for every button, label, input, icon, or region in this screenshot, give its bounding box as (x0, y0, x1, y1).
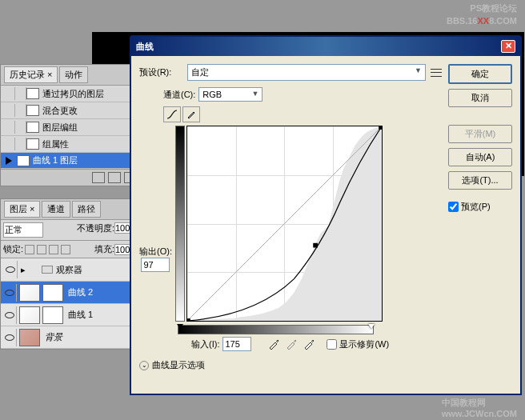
lock-paint-icon[interactable] (37, 245, 46, 254)
lock-all-icon[interactable] (61, 245, 70, 254)
tab-layers[interactable]: 图层 × (4, 201, 40, 218)
cancel-button[interactable]: 取消 (448, 89, 512, 107)
channel-select[interactable]: RGB (198, 87, 262, 102)
svg-rect-0 (187, 318, 190, 321)
history-item[interactable]: 混合更改 (1, 102, 139, 119)
svg-rect-1 (379, 126, 382, 130)
show-clipping-checkbox[interactable]: 显示修剪(W) (327, 338, 389, 350)
layer-thumb (19, 284, 40, 302)
mask-thumb (42, 306, 63, 324)
ok-button[interactable]: 确定 (448, 64, 512, 84)
curves-dialog: 曲线 ✕ 预设(R): 自定 通道(C): RGB 输出(O): (130, 35, 522, 395)
play-icon (6, 157, 12, 165)
layer-thumb (19, 329, 40, 346)
control-point[interactable] (313, 243, 318, 248)
display-options-label[interactable]: 曲线显示选项 (152, 359, 205, 371)
tab-history[interactable]: 历史记录 × (4, 66, 58, 83)
vertical-gradient (175, 126, 185, 322)
preset-label: 预设(R): (139, 66, 187, 78)
tab-channels[interactable]: 通道 (42, 201, 70, 218)
preset-menu-icon[interactable] (431, 69, 442, 77)
history-item-current[interactable]: 曲线 1 图层 (1, 153, 139, 169)
white-slider[interactable] (368, 324, 375, 329)
blend-mode-select[interactable]: 正常 (3, 222, 43, 238)
tab-actions[interactable]: 动作 (59, 66, 88, 83)
layer-thumb (19, 306, 40, 324)
eyedropper-gray-icon[interactable] (285, 338, 298, 350)
eye-icon[interactable] (5, 290, 14, 296)
layer-item[interactable]: 背景 (1, 326, 139, 349)
layer-item[interactable]: 曲线 1 (1, 304, 139, 326)
title-bar[interactable]: 曲线 ✕ (131, 37, 520, 56)
eyedropper-white-icon[interactable] (303, 338, 315, 350)
smooth-button: 平滑(M) (448, 125, 512, 143)
new-icon[interactable] (108, 172, 121, 183)
close-icon[interactable]: ✕ (501, 40, 515, 53)
horizontal-gradient[interactable] (178, 325, 374, 334)
mask-thumb (42, 284, 63, 302)
eyedropper-black-icon[interactable] (267, 338, 280, 350)
auto-button[interactable]: 自动(A) (448, 148, 512, 166)
input-label: 输入(I): (191, 338, 219, 350)
folder-icon (42, 266, 53, 274)
expand-icon[interactable]: ⌄ (139, 361, 149, 370)
layer-group[interactable]: ▸ 观察器 (1, 258, 139, 282)
tab-paths[interactable]: 路径 (72, 201, 101, 218)
output-input[interactable] (141, 258, 170, 272)
watermark-top: PS教程论坛 BBS.16XX8.COM (447, 2, 517, 27)
eye-icon[interactable] (6, 266, 15, 273)
preset-select[interactable]: 自定 (187, 64, 426, 81)
snapshot-icon[interactable] (92, 172, 105, 183)
output-label: 输出(O): (139, 246, 172, 258)
history-item[interactable]: 通过拷贝的图层 (1, 86, 139, 102)
curve-graph[interactable] (186, 126, 383, 322)
layers-panel: 图层 × 通道 路径 正常 不透明度: 锁定: 填充: ▸ 观察器 曲线 2 (0, 198, 140, 350)
watermark-bottom: 中国教程网 www.JCWcn.COM (442, 397, 517, 418)
dialog-title: 曲线 (136, 41, 154, 53)
history-item[interactable]: 组属性 (1, 136, 139, 153)
channel-label: 通道(C): (163, 89, 195, 101)
eye-icon[interactable] (5, 334, 14, 341)
input-input[interactable] (222, 337, 251, 351)
black-slider[interactable] (177, 324, 183, 329)
lock-move-icon[interactable] (49, 245, 58, 254)
preview-checkbox[interactable]: 预览(P) (448, 201, 512, 213)
layer-item[interactable]: 曲线 2 (1, 282, 139, 304)
history-panel: 历史记录 × 动作 通过拷贝的图层 混合更改 图层编组 组属性 曲线 1 图层 (0, 64, 140, 186)
history-item[interactable]: 图层编组 (1, 119, 139, 136)
eye-icon[interactable] (5, 312, 14, 318)
lock-transparent-icon[interactable] (25, 245, 34, 254)
options-button[interactable]: 选项(T)... (448, 171, 512, 190)
pencil-tool-icon[interactable] (182, 106, 200, 122)
curve-tool-icon[interactable] (163, 106, 181, 122)
